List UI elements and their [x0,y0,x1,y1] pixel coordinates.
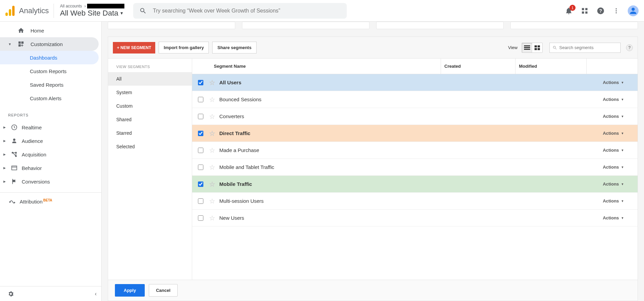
svg-rect-13 [19,42,21,44]
clock-icon [10,124,18,131]
svg-rect-14 [21,42,24,44]
product-logo[interactable]: Analytics [5,4,54,18]
segment-slot[interactable] [108,22,235,29]
apply-button[interactable]: Apply [115,284,145,297]
segment-actions-menu[interactable]: Actions ▼ [587,181,624,187]
star-icon[interactable]: ☆ [209,146,219,154]
segment-checkbox[interactable] [198,165,203,170]
segment-checkbox[interactable] [198,215,203,221]
caret-down-icon: ▼ [621,132,624,135]
view-list-icon[interactable] [522,43,532,52]
segment-checkbox[interactable] [198,148,203,153]
segment-actions-menu[interactable]: Actions ▼ [587,215,624,220]
segment-actions-menu[interactable]: Actions ▼ [587,165,624,170]
notifications-icon[interactable]: 1 [565,7,573,15]
segment-actions-menu[interactable]: Actions ▼ [587,97,624,102]
segment-search-input[interactable] [559,45,618,50]
product-name: Analytics [19,6,49,15]
segment-row[interactable]: ☆Multi-session UsersActions ▼ [192,193,638,210]
nav-saved-reports[interactable]: Saved Reports [0,78,99,91]
attribution-icon [8,198,16,205]
segment-slot[interactable] [242,22,369,29]
nav-acquisition[interactable]: ▶ Acquisition [0,148,101,161]
account-selector[interactable]: All accounts › All Web Site Data ▼ [60,4,124,18]
segment-footer: Apply Cancel [108,280,638,301]
star-icon[interactable]: ☆ [209,95,219,104]
column-modified[interactable]: Modified [516,59,587,74]
segment-filter-starred[interactable]: Starred [108,126,192,140]
star-icon[interactable]: ☆ [209,129,219,137]
segment-row[interactable]: ☆All UsersActions ▼ [192,74,638,91]
segment-filter-shared[interactable]: Shared [108,113,192,126]
nav-attribution[interactable]: AttributionBETA [0,195,101,208]
column-segment-name[interactable]: Segment Name [209,59,441,74]
segment-checkbox[interactable] [198,97,203,102]
segment-slot[interactable] [376,22,504,29]
segment-row[interactable]: ☆Mobile and Tablet TrafficActions ▼ [192,159,638,176]
nav-acquisition-label: Acquisition [22,152,46,157]
nav-audience[interactable]: ▶ Audience [0,134,101,148]
segment-filter-system[interactable]: System [108,86,192,99]
segment-filter-selected[interactable]: Selected [108,140,192,153]
segment-row[interactable]: ☆Bounced SessionsActions ▼ [192,91,638,108]
global-search[interactable] [133,3,347,19]
segment-help-icon[interactable]: ? [626,44,633,51]
global-search-input[interactable] [153,8,341,14]
star-icon[interactable]: ☆ [209,197,219,205]
nav-customization[interactable]: ▼ Customization [0,37,99,51]
svg-point-23 [14,202,15,203]
segment-actions-menu[interactable]: Actions ▼ [587,114,624,119]
star-icon[interactable]: ☆ [209,79,219,87]
caret-right-icon: ▶ [3,139,7,143]
nav-audience-label: Audience [22,138,43,144]
segment-filter-all[interactable]: All [108,72,192,86]
segment-filter-custom[interactable]: Custom [108,99,192,113]
column-created[interactable]: Created [441,59,516,74]
apps-icon[interactable] [581,7,588,15]
segment-actions-menu[interactable]: Actions ▼ [587,148,624,153]
import-from-gallery-button[interactable]: Import from gallery [159,42,209,53]
nav-conversions[interactable]: ▶ Conversions [0,175,101,188]
segment-row[interactable]: ☆Made a PurchaseActions ▼ [192,142,638,159]
star-icon[interactable]: ☆ [209,112,219,121]
segment-actions-menu[interactable]: Actions ▼ [587,198,624,203]
nav-custom-reports[interactable]: Custom Reports [0,64,99,78]
segment-row[interactable]: ☆Mobile TrafficActions ▼ [192,176,638,193]
segment-actions-menu[interactable]: Actions ▼ [587,131,624,136]
nav-realtime[interactable]: ▶ Realtime [0,121,101,134]
segment-search[interactable] [549,43,621,53]
segment-checkbox[interactable] [198,181,203,187]
help-icon[interactable]: ? [597,7,605,15]
segment-row[interactable]: ☆Direct TrafficActions ▼ [192,125,638,142]
flag-icon [10,178,18,185]
view-grid-icon[interactable] [532,43,542,52]
star-icon[interactable]: ☆ [209,214,219,222]
segment-table: Segment Name Created Modified ☆All Users… [192,59,638,280]
nav-home[interactable]: Home [0,24,99,37]
new-segment-button[interactable]: + NEW SEGMENT [113,42,155,53]
nav-custom-alerts[interactable]: Custom Alerts [0,91,99,105]
admin-gear-icon[interactable] [7,291,14,297]
svg-rect-27 [535,45,537,47]
svg-rect-6 [585,11,587,13]
segment-row[interactable]: ☆New UsersActions ▼ [192,210,638,227]
segment-slot[interactable] [510,22,638,29]
collapse-nav-icon[interactable]: ‹ [95,291,97,297]
caret-down-icon: ▼ [621,81,624,84]
user-avatar[interactable] [628,5,639,16]
segment-checkbox[interactable] [198,80,203,85]
segment-checkbox[interactable] [198,114,203,119]
segment-actions-menu[interactable]: Actions ▼ [587,80,624,85]
cancel-button[interactable]: Cancel [149,284,178,297]
star-icon[interactable]: ☆ [209,180,219,188]
nav-dashboards[interactable]: Dashboards [0,51,99,64]
search-icon [139,7,147,15]
more-menu-icon[interactable] [613,7,620,14]
star-icon[interactable]: ☆ [209,163,219,171]
share-segments-button[interactable]: Share segments [212,42,256,53]
svg-point-18 [12,152,13,153]
segment-checkbox[interactable] [198,131,203,136]
nav-behavior[interactable]: ▶ Behavior [0,161,101,175]
segment-row[interactable]: ☆ConvertersActions ▼ [192,108,638,125]
segment-checkbox[interactable] [198,198,203,204]
